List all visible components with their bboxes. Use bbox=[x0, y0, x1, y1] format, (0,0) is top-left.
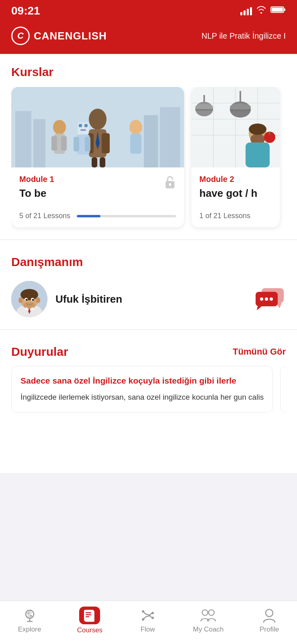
nav-item-explore[interactable]: Explore bbox=[18, 607, 41, 634]
svg-rect-83 bbox=[84, 610, 94, 621]
advisor-section: Danışmanım bbox=[0, 244, 297, 325]
divider-2 bbox=[0, 329, 297, 330]
logo-area: C CANENGLISH bbox=[11, 27, 107, 45]
svg-point-90 bbox=[152, 617, 154, 619]
svg-point-72 bbox=[265, 297, 268, 301]
announcements-header: Duyurular Tümünü Gör bbox=[11, 345, 286, 359]
advisor-name: Ufuk İşbitiren bbox=[55, 293, 122, 305]
announcement-card-1-body: İngilizcede ilerlemek istiyorsan, sana o… bbox=[20, 392, 264, 403]
svg-point-64 bbox=[32, 299, 34, 301]
announcement-card-1-title: Sadece sana özel İngilizce koçuyla isted… bbox=[20, 375, 264, 386]
advisor-avatar bbox=[11, 281, 47, 317]
svg-point-87 bbox=[142, 618, 144, 621]
course-card-2-body: Module 2 have got / h 1 of 21 Lessons bbox=[191, 167, 280, 227]
svg-point-60 bbox=[36, 297, 40, 303]
svg-point-65 bbox=[24, 302, 35, 308]
courses-carousel[interactable]: Module 1 To be 5 of 21 Lessons bbox=[11, 87, 286, 231]
svg-point-71 bbox=[260, 297, 263, 301]
svg-rect-12 bbox=[92, 157, 97, 167]
divider-1 bbox=[0, 239, 297, 240]
progress-bar-wrap-1 bbox=[77, 215, 176, 217]
nav-label-flow: Flow bbox=[141, 625, 155, 634]
see-all-button[interactable]: Tümünü Gör bbox=[233, 347, 286, 357]
module2-illustration bbox=[191, 87, 280, 167]
svg-point-88 bbox=[142, 610, 144, 613]
svg-rect-50 bbox=[246, 142, 270, 167]
logo-icon: C bbox=[11, 27, 30, 45]
svg-point-92 bbox=[209, 610, 214, 615]
svg-marker-70 bbox=[257, 306, 262, 310]
svg-rect-4 bbox=[15, 111, 31, 167]
nav-item-profile[interactable]: Profile bbox=[260, 607, 279, 634]
svg-point-59 bbox=[18, 297, 23, 303]
nav-label-profile: Profile bbox=[260, 625, 279, 634]
announcements-section: Duyurular Tümünü Gör Sadece sana özel İn… bbox=[0, 334, 297, 417]
course-card-1[interactable]: Module 1 To be 5 of 21 Lessons bbox=[11, 87, 184, 227]
svg-point-77 bbox=[28, 611, 32, 615]
nav-label-courses: Courses bbox=[77, 626, 102, 634]
nav-label-mycoach: My Coach bbox=[193, 625, 224, 634]
svg-rect-18 bbox=[61, 136, 67, 151]
announcement-card-1[interactable]: Sadece sana özel İngilizce koçuyla isted… bbox=[11, 366, 273, 413]
mycoach-icon bbox=[199, 607, 217, 623]
course-card-2[interactable]: Module 2 have got / h 1 of 21 Lessons bbox=[191, 87, 280, 227]
svg-point-63 bbox=[26, 299, 28, 301]
course-card-1-module-label: Module 1 bbox=[19, 175, 176, 184]
main-content: Kurslar bbox=[0, 54, 297, 473]
status-icons bbox=[240, 6, 286, 16]
svg-rect-24 bbox=[80, 129, 86, 131]
svg-rect-30 bbox=[170, 184, 170, 186]
bottom-navigation: Explore Courses bbox=[0, 601, 297, 644]
profile-icon bbox=[260, 607, 279, 623]
course-card-1-progress: 5 of 21 Lessons bbox=[19, 212, 176, 220]
svg-rect-6 bbox=[160, 107, 180, 167]
course-card-2-module-label: Module 2 bbox=[199, 175, 272, 184]
svg-rect-85 bbox=[86, 614, 91, 615]
svg-point-58 bbox=[20, 289, 38, 300]
svg-rect-22 bbox=[79, 124, 82, 127]
explore-icon bbox=[20, 607, 39, 623]
svg-point-89 bbox=[152, 612, 154, 614]
svg-rect-84 bbox=[86, 612, 91, 613]
svg-rect-17 bbox=[51, 136, 57, 151]
nav-item-flow[interactable]: Flow bbox=[139, 607, 157, 634]
course-card-2-image bbox=[191, 87, 280, 167]
course-card-1-body: Module 1 To be 5 of 21 Lessons bbox=[11, 167, 184, 227]
course-card-1-image bbox=[11, 87, 184, 167]
logo-c-letter: C bbox=[17, 31, 24, 41]
svg-rect-5 bbox=[33, 119, 45, 167]
nav-item-mycoach[interactable]: My Coach bbox=[193, 607, 224, 634]
svg-rect-23 bbox=[84, 124, 88, 127]
svg-rect-13 bbox=[100, 157, 105, 167]
svg-point-93 bbox=[266, 609, 273, 617]
announcement-card-2[interactable]: Bild İngi san bbox=[280, 366, 286, 413]
course-card-1-lessons: 5 of 21 Lessons bbox=[19, 212, 70, 220]
app-header: C CANENGLISH NLP ile Pratik İngilizce I bbox=[0, 22, 297, 54]
svg-rect-1 bbox=[272, 8, 283, 12]
svg-point-73 bbox=[270, 297, 273, 301]
svg-rect-2 bbox=[284, 8, 285, 11]
flow-icon bbox=[139, 607, 157, 623]
nav-item-courses[interactable]: Courses bbox=[77, 607, 102, 634]
status-time: 09:21 bbox=[11, 4, 40, 17]
unlock-icon bbox=[164, 175, 176, 192]
nav-label-explore: Explore bbox=[18, 625, 41, 634]
battery-icon bbox=[270, 6, 286, 16]
svg-rect-86 bbox=[86, 616, 89, 617]
svg-rect-27 bbox=[85, 137, 90, 151]
svg-point-15 bbox=[53, 120, 66, 134]
svg-rect-20 bbox=[130, 134, 141, 154]
announcements-carousel[interactable]: Sadece sana özel İngilizce koçuyla isted… bbox=[11, 366, 286, 413]
announcement-card-2-body: İngi san bbox=[285, 390, 286, 398]
advisor-row[interactable]: Ufuk İşbitiren bbox=[11, 277, 286, 321]
courses-icon bbox=[79, 607, 100, 624]
courses-section-title: Kurslar bbox=[11, 65, 286, 79]
courses-section: Kurslar bbox=[0, 54, 297, 235]
advisor-section-title: Danışmanım bbox=[11, 255, 286, 269]
wifi-icon bbox=[256, 6, 266, 16]
svg-rect-42 bbox=[195, 109, 213, 111]
chat-icon[interactable] bbox=[254, 286, 286, 312]
status-bar: 09:21 bbox=[0, 0, 297, 22]
svg-point-49 bbox=[249, 124, 266, 135]
svg-point-8 bbox=[89, 109, 107, 130]
